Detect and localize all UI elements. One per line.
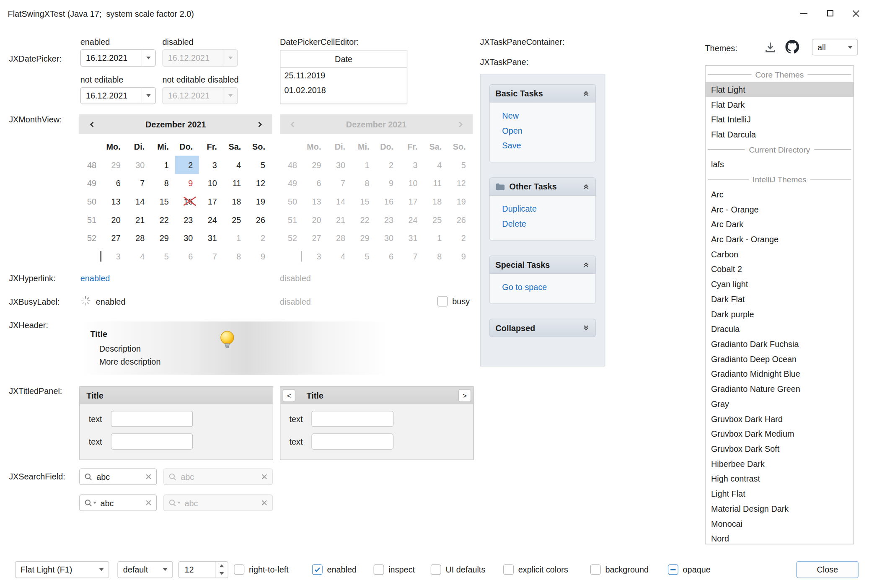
text-input[interactable] bbox=[111, 433, 193, 449]
font-size-spinner[interactable]: 12 bbox=[178, 561, 228, 578]
calendar-day[interactable]: 6 bbox=[175, 247, 199, 266]
calendar-day[interactable]: 1 bbox=[151, 156, 175, 174]
taskpane-action-link[interactable]: New bbox=[502, 108, 595, 123]
themes-list-item[interactable]: Nord bbox=[706, 531, 853, 544]
themes-list-item[interactable]: Dark purple bbox=[706, 306, 853, 321]
calendar-day[interactable]: 1 bbox=[223, 229, 247, 247]
themes-list-item[interactable]: Carbon bbox=[706, 247, 853, 262]
checkbox-box[interactable] bbox=[431, 565, 441, 575]
titled-panel-left-button[interactable]: < bbox=[283, 389, 295, 402]
themes-list-item[interactable]: Flat Light bbox=[706, 82, 853, 97]
themes-list-item[interactable]: Dark Flat bbox=[706, 292, 853, 307]
themes-list-item[interactable]: Material Design Dark bbox=[706, 501, 853, 516]
font-size-value[interactable]: 12 bbox=[179, 562, 215, 578]
themes-list-item[interactable]: Monocai bbox=[706, 516, 853, 531]
themes-list-item[interactable]: Light Flat bbox=[706, 486, 853, 501]
spinner-down-button[interactable] bbox=[216, 570, 228, 578]
checkbox-box[interactable] bbox=[234, 565, 244, 575]
calendar-day[interactable]: 9 bbox=[247, 247, 272, 266]
themes-list-item[interactable]: Arc Dark - Orange bbox=[706, 232, 853, 247]
calendar-day[interactable]: 4 bbox=[223, 156, 247, 174]
themes-list-item[interactable]: Dracula bbox=[706, 321, 853, 337]
calendar-day[interactable]: 17 bbox=[199, 192, 223, 211]
calendar-day[interactable]: 29 bbox=[151, 229, 175, 247]
calendar-day[interactable]: 8 bbox=[223, 247, 247, 266]
calendar-day[interactable]: 7 bbox=[127, 174, 151, 192]
calendar-day[interactable]: 18 bbox=[223, 192, 247, 211]
expand-icon[interactable] bbox=[582, 324, 590, 332]
taskpane-action-link[interactable]: Delete bbox=[502, 216, 595, 231]
calendar-day[interactable]: 2 bbox=[247, 229, 272, 247]
calendar-day[interactable]: 3 bbox=[199, 156, 223, 174]
calendar-day[interactable]: 9 bbox=[175, 174, 199, 192]
themes-list-item[interactable]: Gruvbox Dark Medium bbox=[706, 426, 853, 441]
search-input[interactable]: abc bbox=[100, 498, 141, 507]
search-field-menu-enabled[interactable]: abc bbox=[79, 495, 157, 511]
calendar-day[interactable]: 26 bbox=[247, 211, 272, 229]
calendar-day[interactable]: 7 bbox=[199, 247, 223, 266]
font-combo[interactable]: default bbox=[117, 561, 173, 578]
maximize-button[interactable] bbox=[817, 0, 843, 26]
text-input[interactable] bbox=[311, 411, 393, 427]
calendar-day[interactable]: 5 bbox=[247, 156, 272, 174]
taskpane-header[interactable]: Special Tasks bbox=[489, 256, 596, 274]
calendar-day[interactable]: 12 bbox=[247, 174, 272, 192]
checkbox-box[interactable] bbox=[312, 565, 323, 575]
datepicker-not-editable[interactable]: 16.12.2021 bbox=[80, 87, 156, 104]
checkbox-box[interactable] bbox=[668, 565, 678, 575]
themes-list-item[interactable]: Arc bbox=[706, 187, 853, 202]
calendar-day[interactable]: 21 bbox=[127, 211, 151, 229]
themes-list-item[interactable]: Gradianto Midnight Blue bbox=[706, 366, 853, 381]
themes-list-item[interactable]: Cyan light bbox=[706, 277, 853, 292]
themes-list-item[interactable]: lafs bbox=[706, 157, 853, 172]
download-icon[interactable] bbox=[764, 41, 776, 53]
calendar-day[interactable]: 16 bbox=[175, 192, 199, 211]
checkbox-ui-defaults[interactable]: UI defaults bbox=[431, 561, 486, 578]
calendar-day[interactable]: 10 bbox=[199, 174, 223, 192]
datepicker-dropdown-button[interactable] bbox=[141, 88, 155, 104]
calendar-next-button[interactable] bbox=[247, 114, 272, 134]
close-dialog-button[interactable]: Close bbox=[797, 561, 859, 578]
taskpane-action-link[interactable]: Duplicate bbox=[502, 201, 595, 216]
table-column-header[interactable]: Date bbox=[280, 50, 407, 67]
minimize-button[interactable] bbox=[791, 0, 817, 26]
checkbox-box[interactable] bbox=[590, 565, 601, 575]
checkbox-busy[interactable]: busy bbox=[437, 293, 470, 310]
taskpane-header[interactable]: Other Tasks bbox=[489, 177, 596, 196]
taskpane-header[interactable]: Basic Tasks bbox=[489, 84, 596, 103]
datepicker-enabled[interactable]: 16.12.2021 bbox=[80, 49, 156, 67]
calendar-day[interactable]: 4 bbox=[127, 247, 151, 266]
calendar-day[interactable]: 20 bbox=[103, 211, 127, 229]
search-field-enabled[interactable]: abc bbox=[79, 469, 157, 485]
themes-list-item[interactable]: Gray bbox=[706, 396, 853, 412]
taskpane-header[interactable]: Collapsed bbox=[489, 319, 596, 337]
calendar-day[interactable]: 8 bbox=[151, 174, 175, 192]
checkbox-box[interactable] bbox=[437, 296, 448, 306]
calendar-day[interactable]: 30 bbox=[127, 156, 151, 174]
calendar-day[interactable]: 5 bbox=[151, 247, 175, 266]
calendar-day[interactable]: 23 bbox=[175, 211, 199, 229]
calendar-day[interactable]: 24 bbox=[199, 211, 223, 229]
checkbox-explicit-colors[interactable]: explicit colors bbox=[503, 561, 568, 578]
datepicker-dropdown-button[interactable] bbox=[141, 50, 155, 66]
clear-icon[interactable] bbox=[145, 474, 152, 480]
themes-list-item[interactable]: Flat Dark bbox=[706, 97, 853, 112]
taskpane-action-link[interactable]: Save bbox=[502, 138, 595, 153]
checkbox-box[interactable] bbox=[374, 565, 384, 575]
hyperlink-enabled[interactable]: enabled bbox=[80, 273, 110, 282]
search-menu-icon[interactable] bbox=[84, 499, 96, 507]
themes-list-item[interactable]: Flat Darcula bbox=[706, 127, 853, 142]
calendar-day[interactable]: 29 bbox=[103, 156, 127, 174]
spinner-up-button[interactable] bbox=[216, 562, 228, 570]
checkbox-right-to-left[interactable]: right-to-left bbox=[234, 561, 289, 578]
calendar-day[interactable]: 3 bbox=[103, 247, 127, 266]
text-input[interactable] bbox=[311, 433, 393, 449]
search-input[interactable]: abc bbox=[96, 472, 141, 481]
collapse-icon[interactable] bbox=[582, 183, 590, 190]
checkbox-box[interactable] bbox=[503, 565, 514, 575]
calendar-day[interactable]: 31 bbox=[199, 229, 223, 247]
calendar-day[interactable]: 14 bbox=[127, 192, 151, 211]
themes-list-item[interactable]: Gruvbox Dark Hard bbox=[706, 411, 853, 426]
themes-list-item[interactable]: Gradianto Nature Green bbox=[706, 381, 853, 396]
taskpane-action-link[interactable]: Open bbox=[502, 123, 595, 138]
